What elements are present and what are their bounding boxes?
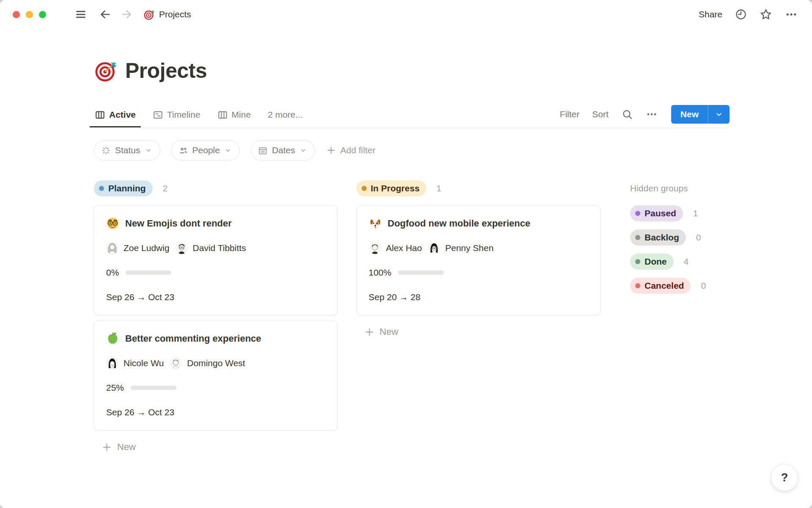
close-window-button[interactable] — [13, 11, 20, 18]
window-topbar: Projects Share — [0, 0, 812, 29]
filter-bar: Status People Dates Add filter — [94, 140, 730, 160]
filter-chip-status[interactable]: Status — [94, 140, 160, 160]
page-header: Projects — [94, 58, 730, 83]
assignee-name: Domingo West — [187, 358, 245, 368]
page-target-icon[interactable] — [94, 59, 118, 83]
tab-mine[interactable]: Mine — [217, 106, 252, 127]
avatar — [176, 242, 188, 254]
assignee-name: Nicole Wu — [123, 358, 164, 368]
people-icon — [178, 146, 188, 155]
filter-button[interactable]: Filter — [560, 109, 580, 119]
add-filter-label: Add filter — [340, 145, 376, 155]
avatar — [170, 357, 182, 369]
column-planning-header[interactable]: Planning 2 — [94, 180, 337, 197]
card-dogfood[interactable]: Dogfood new mobile experience Alex Hao P… — [357, 205, 601, 315]
forward-button[interactable] — [119, 7, 134, 22]
hidden-group-done[interactable]: Done 4 — [630, 254, 730, 270]
view-options-button[interactable] — [646, 108, 658, 120]
more-options-button[interactable] — [785, 8, 798, 21]
status-pill-done[interactable]: Done — [630, 254, 674, 270]
new-button[interactable]: New — [671, 105, 708, 124]
avatar — [369, 242, 381, 254]
card-progress: 0% — [106, 268, 325, 278]
share-button[interactable]: Share — [699, 9, 722, 19]
status-pill-in-progress[interactable]: In Progress — [357, 180, 427, 196]
tab-mine-label: Mine — [232, 110, 251, 120]
card-progress: 25% — [106, 383, 325, 393]
card-assignees: Zoe Ludwig David Tibbitts — [106, 242, 325, 254]
plus-icon — [102, 442, 112, 453]
minimize-window-button[interactable] — [26, 11, 33, 18]
add-card-label: New — [380, 326, 398, 337]
card-dates: Sep 26 → Oct 23 — [106, 407, 325, 417]
sort-button[interactable]: Sort — [592, 109, 609, 119]
column-in-progress-header[interactable]: In Progress 1 — [357, 180, 601, 197]
favorite-button[interactable] — [760, 8, 772, 21]
chevron-down-icon — [714, 110, 724, 119]
tab-active[interactable]: Active — [94, 106, 137, 127]
search-icon — [621, 108, 633, 120]
status-pill-backlog[interactable]: Backlog — [630, 229, 686, 246]
card-title: Dogfood new mobile experience — [388, 218, 530, 229]
assignee[interactable]: Zoe Ludwig — [106, 242, 170, 254]
status-dot — [99, 186, 104, 191]
assignee[interactable]: Domingo West — [170, 357, 245, 369]
chevron-down-icon — [224, 146, 232, 154]
hidden-group-paused[interactable]: Paused 1 — [630, 205, 730, 221]
arrow-right-icon — [120, 8, 133, 21]
filter-chip-people[interactable]: People — [171, 140, 240, 160]
card-title-row: New Emojis dont render — [106, 217, 325, 230]
filter-chip-dates[interactable]: Dates — [251, 140, 315, 160]
search-button[interactable] — [621, 108, 633, 120]
card-title-row: Better commenting experience — [106, 332, 325, 345]
add-filter-button[interactable]: Add filter — [326, 145, 376, 155]
status-dot — [362, 186, 367, 191]
hidden-group-canceled[interactable]: Canceled 0 — [630, 278, 730, 294]
status-pill-label: Backlog — [645, 232, 679, 243]
add-card-button-planning[interactable]: New — [95, 437, 143, 457]
status-pill-planning[interactable]: Planning — [94, 180, 153, 196]
timeline-icon — [153, 110, 163, 120]
tab-more-label: 2 more... — [268, 110, 303, 120]
topbar-actions: Share — [699, 8, 798, 21]
filter-chip-people-label: People — [192, 145, 220, 155]
status-pill-label: Canceled — [645, 281, 684, 291]
progress-track — [126, 271, 171, 275]
avatar — [428, 242, 440, 254]
add-card-button-in-progress[interactable]: New — [357, 322, 405, 342]
tab-more[interactable]: 2 more... — [267, 106, 304, 127]
ellipsis-icon — [646, 108, 658, 120]
view-toolbar: Active Timeline Mine 2 more... Filter So… — [94, 105, 730, 128]
assignee[interactable]: David Tibbitts — [176, 242, 246, 254]
board-icon — [95, 110, 105, 120]
filter-chip-dates-label: Dates — [272, 145, 295, 155]
help-button[interactable]: ? — [771, 464, 798, 491]
card-better-commenting[interactable]: Better commenting experience Nicole Wu D… — [94, 320, 337, 431]
status-pill-label: In Progress — [371, 183, 420, 193]
assignee[interactable]: Nicole Wu — [106, 357, 164, 369]
filter-chip-status-label: Status — [115, 145, 140, 155]
progress-track — [131, 386, 176, 390]
card-new-emojis[interactable]: New Emojis dont render Zoe Ludwig David … — [94, 205, 337, 315]
status-pill-paused[interactable]: Paused — [630, 205, 683, 221]
updates-button[interactable] — [735, 8, 747, 20]
hidden-group-backlog[interactable]: Backlog 0 — [630, 229, 730, 246]
column-count: 2 — [163, 183, 168, 193]
page-title[interactable]: Projects — [125, 58, 207, 83]
group-count: 0 — [696, 232, 701, 243]
breadcrumb[interactable]: Projects — [143, 9, 191, 20]
back-button[interactable] — [98, 7, 113, 22]
assignee[interactable]: Penny Shen — [428, 242, 494, 254]
column-count: 1 — [436, 183, 442, 193]
tab-timeline[interactable]: Timeline — [152, 106, 201, 127]
new-dropdown-button[interactable] — [708, 105, 730, 124]
card-dates: Sep 20 → 28 — [369, 292, 589, 302]
status-dot — [635, 283, 640, 288]
hidden-groups-title: Hidden groups — [630, 180, 730, 197]
group-count: 0 — [701, 281, 706, 291]
avatar — [106, 242, 118, 254]
assignee[interactable]: Alex Hao — [369, 242, 422, 254]
sidebar-toggle-button[interactable] — [73, 7, 88, 22]
zoom-window-button[interactable] — [39, 11, 46, 18]
status-pill-canceled[interactable]: Canceled — [630, 278, 691, 294]
